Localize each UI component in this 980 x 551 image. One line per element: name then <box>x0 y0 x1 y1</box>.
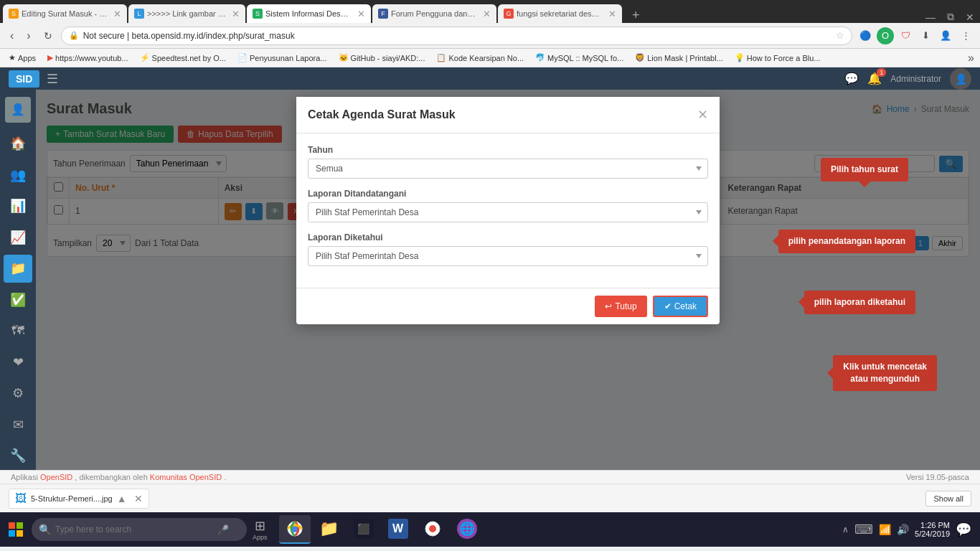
taskbar-files-app[interactable]: 📁 <box>314 515 345 544</box>
bookmark-lion[interactable]: 🦁 Lion Mask | Printabl... <box>632 52 726 64</box>
modal-close-x-button[interactable]: ✕ <box>697 107 708 123</box>
address-bar[interactable]: 🔒 Not secure | beta.opensid.my.id/index.… <box>61 27 852 45</box>
taskbar-chrome-app[interactable] <box>279 515 311 544</box>
taskbar-terminal-app[interactable]: ⬛ <box>348 515 380 544</box>
bookmark-penyusunan[interactable]: 📄 Penyusunan Lapora... <box>235 52 330 64</box>
new-tab-button[interactable]: + <box>626 8 646 23</box>
tab-5[interactable]: G fungsi sekretariat desa - Goog... ✕ <box>498 4 622 23</box>
bookmarks-bar: ★ Apps ▶ https://www.youtub... ⚡ Speedte… <box>0 49 980 67</box>
taskbar-keyboard-icon[interactable]: ⌨ <box>854 522 873 537</box>
modal-footer: ↩ Tutup ✔ Cetak <box>296 288 720 324</box>
bookmark-mysql[interactable]: 🐬 MySQL :: MySQL fo... <box>532 52 626 64</box>
laporan-ditandatangani-select[interactable]: Pilih Staf Pemerintah Desa <box>308 202 708 222</box>
bookmarks-more-icon[interactable]: » <box>968 52 974 65</box>
bookmark-youtube[interactable]: ▶ https://www.youtub... <box>44 52 131 64</box>
bookmark-github[interactable]: 🐱 GitHub - siayi/AKD:... <box>336 52 428 64</box>
bookmark-apps[interactable]: ★ Apps <box>6 52 39 64</box>
bookmark-kode[interactable]: 📋 Kode Kearsipan No... <box>433 52 527 64</box>
sidebar-item-mail[interactable]: ✉ <box>4 410 32 439</box>
sidebar-item-map[interactable]: 🗺 <box>4 317 32 346</box>
file-icon: 🖼 <box>15 492 27 505</box>
tab-1[interactable]: S Editing Surat Masuk - OpenSID ✕ <box>3 4 127 23</box>
bookmark-how-to[interactable]: 💡 How to Force a Blu... <box>732 52 824 64</box>
laporan-ditandatangani-form-group: Laporan Ditandatangani Pilih Staf Pemeri… <box>308 189 708 222</box>
taskbar-custom-app[interactable]: 🌐 <box>451 515 483 544</box>
taskbar-mic-icon[interactable]: 🎤 <box>217 524 229 535</box>
sidebar-item-favorites[interactable]: ❤ <box>4 348 32 377</box>
sidebar-item-files[interactable]: 📁 <box>4 255 32 283</box>
sidebar-item-tools[interactable]: 🔧 <box>4 442 32 471</box>
lion-icon: 🦁 <box>635 53 645 62</box>
extension-2[interactable]: O <box>877 27 894 44</box>
browser-toolbar: ‹ › ↻ 🔒 Not secure | beta.opensid.my.id/… <box>0 23 980 49</box>
browser-menu[interactable]: ⋮ <box>957 27 974 44</box>
footer-opensid-link[interactable]: OpenSID <box>40 473 72 481</box>
sidebar-item-tasks[interactable]: ✅ <box>4 286 32 314</box>
taskbar-search-input[interactable] <box>55 524 213 534</box>
notification-icon[interactable]: 🔔 1 <box>867 72 882 85</box>
tab-4[interactable]: F Forum Pengguna dan Pegiat O... ✕ <box>372 4 496 23</box>
sid-application: SID ☰ 💬 🔔 1 Administrator 👤 👤 🏠 👥 📊 📈 📁 … <box>0 67 980 484</box>
chat-icon[interactable]: 💬 <box>844 72 859 85</box>
taskbar-network-icon[interactable]: 📶 <box>879 524 891 535</box>
taskbar-word-app[interactable]: W <box>382 515 414 544</box>
admin-name: Administrator <box>890 74 941 84</box>
download-close-icon[interactable]: ✕ <box>134 493 143 504</box>
notification-badge: 1 <box>877 68 886 77</box>
download-bar: 🖼 5-Struktur-Pemeri....jpg ▲ ✕ Show all <box>0 484 980 512</box>
tab-2[interactable]: L >>>>> Link gambar wiki (v18 ✕ <box>128 4 245 23</box>
laporan-diketahui-select[interactable]: Pilih Staf Pemerintah Desa <box>308 246 708 266</box>
sidebar-item-home[interactable]: 🏠 <box>4 130 32 159</box>
admin-avatar[interactable]: 👤 <box>950 68 971 90</box>
window-maximize[interactable]: ⧉ <box>941 11 960 23</box>
browser-toolbar-icons: 🔵 O 🛡 ⬇ 👤 ⋮ <box>857 27 974 44</box>
youtube-icon: ▶ <box>47 53 53 62</box>
taskbar-clock[interactable]: 1:26 PM 5/24/2019 <box>915 521 950 538</box>
sidebar-item-settings[interactable]: ⚙ <box>4 380 32 408</box>
modal: Cetak Agenda Surat Masuk ✕ Tahun Semua L… <box>296 97 720 324</box>
taskbar-search-box[interactable]: 🔍 🎤 <box>32 518 247 541</box>
sidebar-avatar: 👤 <box>5 97 31 123</box>
tahun-select[interactable]: Semua <box>308 159 708 179</box>
annotation-diketahui: pilih laporan diketahui <box>804 291 915 314</box>
back-button[interactable]: ‹ <box>6 28 18 44</box>
svg-rect-1 <box>17 522 23 529</box>
reload-button[interactable]: ↻ <box>39 29 57 43</box>
sidebar-item-stats[interactable]: 📊 <box>4 192 32 221</box>
tutup-icon: ↩ <box>605 301 612 311</box>
sidebar-item-users[interactable]: 👥 <box>4 161 32 189</box>
mysql-icon: 🐬 <box>535 53 545 62</box>
extension-3[interactable]: 🛡 <box>897 27 914 44</box>
svg-rect-2 <box>9 530 15 537</box>
forward-button[interactable]: › <box>22 28 34 44</box>
cetak-button[interactable]: ✔ Cetak <box>653 296 708 317</box>
sidebar-item-charts[interactable]: 📈 <box>4 223 32 252</box>
window-minimize[interactable]: — <box>920 11 941 23</box>
hamburger-icon[interactable]: ☰ <box>47 71 58 87</box>
taskbar-volume-icon[interactable]: 🔊 <box>897 524 909 535</box>
url-display: Not secure | beta.opensid.my.id/index.ph… <box>83 31 831 41</box>
footer-komunitas-link[interactable]: Komunitas OpenSID <box>150 473 222 481</box>
taskbar-apps-icon[interactable]: ⊞ Apps <box>247 518 273 541</box>
howto-icon: 💡 <box>735 53 745 62</box>
show-all-button[interactable]: Show all <box>925 491 971 507</box>
extension-5[interactable]: 👤 <box>937 27 954 44</box>
download-chevron-icon[interactable]: ▲ <box>117 493 127 504</box>
cetak-icon: ✔ <box>664 301 672 311</box>
taskbar-chrome2-app[interactable] <box>417 515 448 544</box>
penyusunan-icon: 📄 <box>237 53 248 62</box>
browser-chrome: S Editing Surat Masuk - OpenSID ✕ L >>>>… <box>0 0 980 67</box>
taskbar-notification-icon[interactable]: 💬 <box>956 522 971 537</box>
svg-rect-0 <box>9 522 15 529</box>
tahun-form-group: Tahun Semua <box>308 145 708 179</box>
extension-4[interactable]: ⬇ <box>917 27 934 44</box>
tutup-button[interactable]: ↩ Tutup <box>595 296 646 317</box>
tab-3[interactable]: S Sistem Informasi Desa Desa B... ✕ <box>247 4 371 23</box>
main-layout: 👤 🏠 👥 📊 📈 📁 ✅ 🗺 ❤ ⚙ ✉ 🔧 Surat Masuk 🏠 Ho… <box>0 90 980 470</box>
taskbar-chevron-icon[interactable]: ∧ <box>842 524 849 534</box>
svg-rect-3 <box>17 530 23 537</box>
window-close[interactable]: ✕ <box>960 11 980 23</box>
bookmark-speedtest[interactable]: ⚡ Speedtest.net by O... <box>137 52 229 64</box>
start-button[interactable] <box>0 512 32 547</box>
extension-1[interactable]: 🔵 <box>857 27 874 44</box>
